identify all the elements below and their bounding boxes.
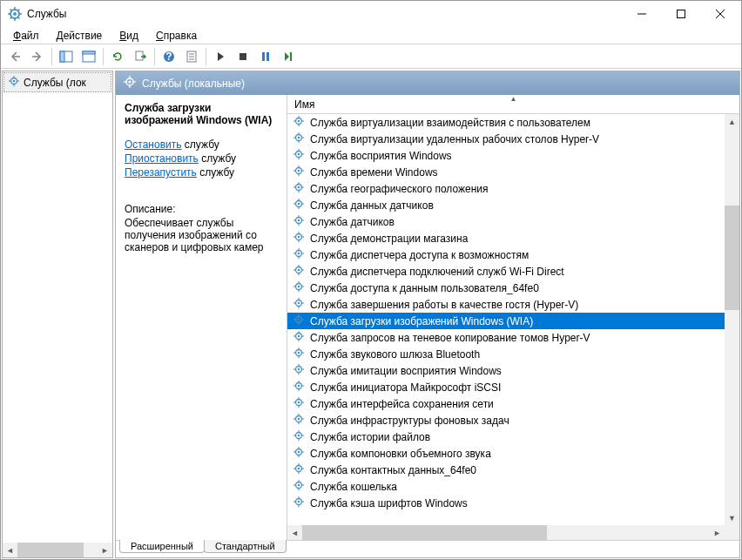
v-scrollbar[interactable]: ▲▼ <box>725 114 739 525</box>
maximize-button[interactable] <box>661 2 700 27</box>
service-row[interactable]: Служба датчиков <box>287 213 725 230</box>
svg-rect-20 <box>136 51 143 60</box>
svg-point-74 <box>298 203 300 206</box>
nav-back-button[interactable] <box>4 46 25 67</box>
service-name: Служба инфраструктуры фоновых задач <box>310 415 509 427</box>
pause-link[interactable]: Приостановить <box>125 152 199 165</box>
service-name: Служба географического положения <box>310 183 489 195</box>
service-row[interactable]: Служба географического положения <box>287 180 725 197</box>
service-name: Служба кошелька <box>310 481 397 493</box>
svg-point-68 <box>298 186 300 189</box>
service-row[interactable]: Служба времени Windows <box>287 164 725 180</box>
service-row[interactable]: Служба диспетчера доступа к возможностям <box>287 246 725 263</box>
service-name: Служба датчиков <box>310 216 395 228</box>
restart-service-button[interactable] <box>278 46 299 67</box>
tree-h-scrollbar[interactable]: ◄► <box>3 543 112 557</box>
service-name: Служба инициатора Майкрософт iSCSI <box>310 381 501 394</box>
stop-link[interactable]: Остановить <box>125 138 182 151</box>
service-name: Служба данных датчиков <box>310 199 434 212</box>
service-row[interactable]: Служба диспетчера подключений служб Wi-F… <box>287 263 725 280</box>
service-row[interactable]: Служба интерфейса сохранения сети <box>287 395 725 412</box>
service-row[interactable]: Служба демонстрации магазина <box>287 230 725 246</box>
svg-point-170 <box>298 468 300 470</box>
service-name: Служба звукового шлюза Bluetooth <box>310 348 480 361</box>
minimize-button[interactable] <box>622 2 661 27</box>
gear-icon <box>293 247 305 262</box>
svg-text:?: ? <box>165 51 172 63</box>
service-row[interactable]: Служба доступа к данным пользователя_64f… <box>287 280 725 296</box>
service-name: Служба демонстрации магазина <box>310 233 468 245</box>
service-row[interactable]: Служба звукового шлюза Bluetooth <box>287 346 725 362</box>
export-button[interactable] <box>130 46 151 67</box>
gear-icon <box>293 462 305 477</box>
service-row[interactable]: Служба инициатора Майкрософт iSCSI <box>287 379 725 395</box>
svg-point-164 <box>298 451 300 454</box>
service-name: Служба истории файлов <box>310 431 430 443</box>
service-row[interactable]: Служба завершения работы в качестве гост… <box>287 296 725 313</box>
service-row[interactable]: Служба кэша шрифтов Windows <box>287 495 725 511</box>
menu-help[interactable]: Справка <box>149 28 204 44</box>
service-row[interactable]: Служба восприятия Windows <box>287 147 725 164</box>
service-name: Служба времени Windows <box>310 166 438 179</box>
stop-service-button[interactable] <box>233 46 253 67</box>
gear-icon <box>293 496 305 510</box>
service-row[interactable]: Служба компоновки объемного звука <box>287 445 725 462</box>
svg-rect-30 <box>290 52 292 61</box>
svg-point-56 <box>298 153 300 156</box>
service-row[interactable]: Служба виртуализации взаимодействия с по… <box>287 114 725 131</box>
column-header-name[interactable]: ▲ Имя <box>287 95 739 114</box>
svg-point-134 <box>298 368 300 371</box>
svg-point-38 <box>129 81 132 84</box>
svg-point-98 <box>298 269 300 272</box>
restart-link[interactable]: Перезапустить <box>125 166 197 179</box>
gear-icon <box>293 165 305 179</box>
menu-file[interactable]: Файл <box>6 28 46 44</box>
svg-point-110 <box>298 302 300 305</box>
gear-icon <box>293 181 305 196</box>
svg-line-6 <box>10 10 12 11</box>
gear-icon <box>293 446 305 461</box>
service-row[interactable]: Служба запросов на теневое копирование т… <box>287 329 725 346</box>
service-row[interactable]: Служба виртуализации удаленных рабочих с… <box>287 131 725 147</box>
service-row[interactable]: Служба данных датчиков <box>287 197 725 213</box>
properties-button[interactable] <box>181 46 202 67</box>
service-row[interactable]: Служба истории файлов <box>287 428 725 445</box>
service-row[interactable]: Служба инфраструктуры фоновых задач <box>287 412 725 428</box>
h-scrollbar[interactable]: ◄► <box>287 525 725 540</box>
svg-point-158 <box>298 435 300 437</box>
details-pane: Служба загрузки изображений Windows (WIA… <box>116 95 287 540</box>
service-row[interactable]: Служба имитации восприятия Windows <box>287 362 725 379</box>
tab-extended[interactable]: Расширенный <box>119 540 205 553</box>
tree-item-services[interactable]: Службы (лок <box>3 72 111 92</box>
pause-service-button[interactable] <box>255 46 276 67</box>
service-name: Служба компоновки объемного звука <box>310 448 491 460</box>
refresh-button[interactable] <box>107 46 128 67</box>
service-name: Служба виртуализации удаленных рабочих с… <box>310 133 599 145</box>
tab-standard[interactable]: Стандартный <box>204 540 287 553</box>
service-row[interactable]: Служба загрузки изображений Windows (WIA… <box>287 313 725 329</box>
service-row[interactable]: Служба контактных данных_64fe0 <box>287 462 725 478</box>
nav-forward-button[interactable] <box>27 46 48 67</box>
svg-point-104 <box>298 286 300 288</box>
gear-icon <box>293 198 305 213</box>
gear-icon <box>293 264 305 279</box>
svg-point-86 <box>298 236 300 239</box>
svg-point-176 <box>298 484 300 487</box>
service-row[interactable]: Служба кошелька <box>287 478 725 495</box>
svg-rect-17 <box>60 51 64 62</box>
help-button[interactable]: ? <box>159 46 179 67</box>
toolbar: ? <box>1 44 741 69</box>
description-label: Описание: <box>125 203 278 215</box>
gear-icon <box>293 314 305 328</box>
svg-rect-11 <box>677 10 685 18</box>
menu-bar: Файл Действие Вид Справка <box>1 27 741 44</box>
svg-line-9 <box>18 10 20 11</box>
start-service-button[interactable] <box>210 46 231 67</box>
show-hide-tree-button[interactable] <box>56 46 77 67</box>
show-hide-pane-button[interactable] <box>78 46 99 67</box>
gear-icon <box>123 75 137 91</box>
menu-view[interactable]: Вид <box>112 28 145 44</box>
close-button[interactable] <box>700 2 739 27</box>
svg-point-50 <box>298 137 300 139</box>
menu-action[interactable]: Действие <box>50 28 110 44</box>
